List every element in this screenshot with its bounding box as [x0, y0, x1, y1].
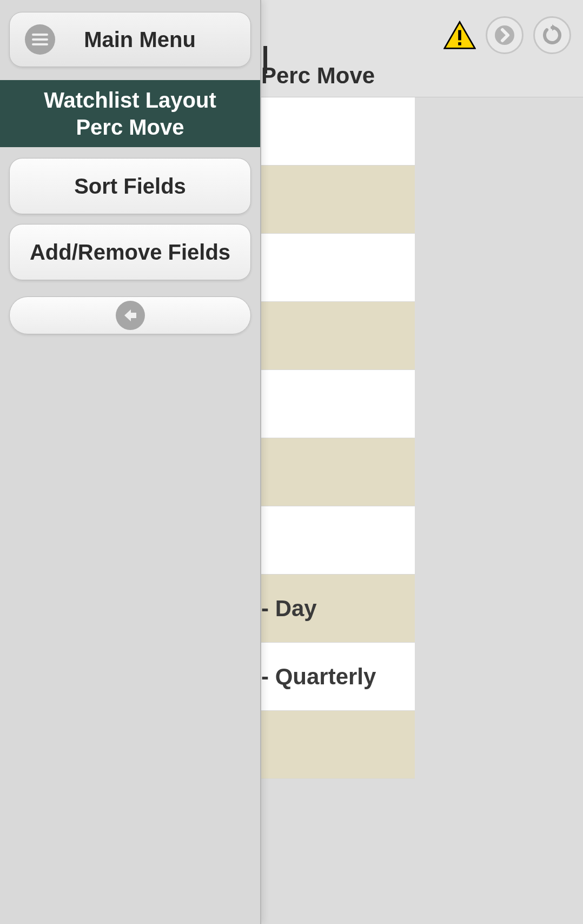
- list-area: - Day - Quarterly: [261, 97, 415, 924]
- list-item[interactable]: [261, 97, 415, 166]
- refresh-button[interactable]: [533, 16, 571, 54]
- header-subtitle: Perc Move: [261, 63, 375, 89]
- header-icons-group: [443, 16, 571, 54]
- sidebar-panel: Main Menu Watchlist Layout Perc Move Sor…: [0, 0, 261, 924]
- svg-rect-1: [458, 30, 461, 41]
- right-gutter: [415, 97, 583, 924]
- list-item[interactable]: [261, 370, 415, 438]
- add-remove-fields-label: Add/Remove Fields: [30, 240, 230, 265]
- list-item[interactable]: [261, 166, 415, 234]
- main-menu-label: Main Menu: [59, 28, 250, 52]
- list-item[interactable]: [261, 506, 415, 575]
- selected-layout-line2: Perc Move: [11, 114, 249, 141]
- selected-layout-banner: Watchlist Layout Perc Move: [0, 80, 260, 147]
- list-item[interactable]: [261, 302, 415, 370]
- list-item[interactable]: [261, 711, 415, 779]
- selected-layout-line1: Watchlist Layout: [11, 87, 249, 114]
- list-item[interactable]: - Quarterly: [261, 643, 415, 711]
- main-menu-button[interactable]: Main Menu: [9, 12, 251, 67]
- back-button[interactable]: [9, 296, 251, 334]
- back-arrow-icon: [116, 301, 145, 330]
- list-item-label: - Quarterly: [261, 664, 376, 690]
- sort-fields-label: Sort Fields: [74, 174, 186, 199]
- sort-fields-button[interactable]: Sort Fields: [9, 158, 251, 214]
- svg-point-3: [495, 25, 514, 45]
- warning-icon[interactable]: [443, 19, 476, 51]
- hamburger-icon: [25, 24, 55, 55]
- list-item[interactable]: [261, 234, 415, 302]
- svg-rect-2: [458, 42, 461, 45]
- add-remove-fields-button[interactable]: Add/Remove Fields: [9, 224, 251, 280]
- list-item-label: - Day: [261, 596, 317, 622]
- next-button[interactable]: [486, 16, 524, 54]
- list-item[interactable]: [261, 438, 415, 506]
- list-item[interactable]: - Day: [261, 575, 415, 643]
- svg-marker-5: [124, 309, 136, 321]
